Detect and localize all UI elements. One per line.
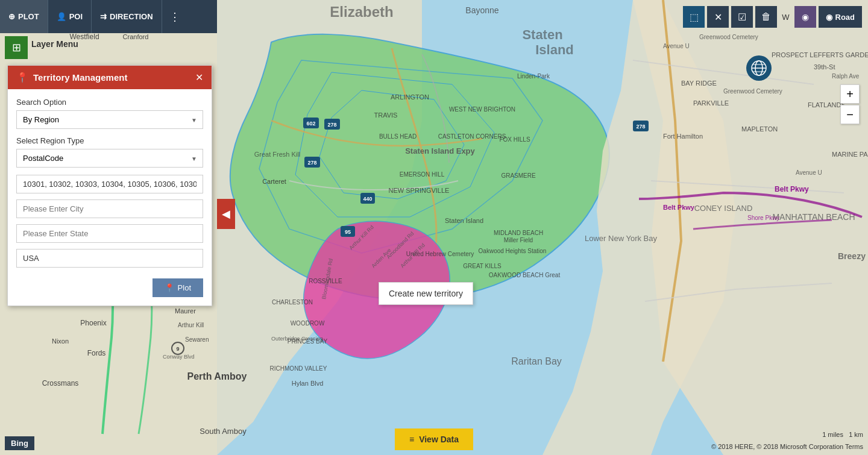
close-shape-btn[interactable]: ✕ — [707, 6, 729, 28]
poi-toolbar-btn[interactable]: 👤 POI — [48, 0, 92, 33]
svg-text:Raritan Bay: Raritan Bay — [511, 356, 562, 366]
map-type-icon: ◉ — [802, 12, 809, 22]
zoom-controls: + − — [840, 84, 860, 124]
region-type-select[interactable]: PostalCode County City State — [16, 149, 203, 168]
svg-text:Staten: Staten — [522, 27, 562, 42]
territory-panel-title: Territory Management — [33, 72, 127, 83]
search-option-label: Search Option — [16, 98, 203, 107]
svg-text:NEW SPRINGVILLE: NEW SPRINGVILLE — [389, 187, 450, 194]
svg-text:Shore Pkwy: Shore Pkwy — [747, 215, 779, 221]
svg-text:Hylan Blvd: Hylan Blvd — [292, 380, 324, 387]
svg-text:Great Fresh Kill: Great Fresh Kill — [254, 151, 300, 158]
create-territory-label: Create new territory — [389, 289, 463, 298]
svg-text:Breezy Point Park: Breezy Point Park — [838, 251, 868, 261]
svg-text:CHARLESTON: CHARLESTON — [272, 299, 313, 306]
direction-toolbar-btn[interactable]: ⇉ DIRECTION — [92, 0, 162, 33]
svg-text:ARLINGTON: ARLINGTON — [391, 93, 429, 101]
svg-text:9: 9 — [176, 346, 179, 352]
zoom-out-btn[interactable]: − — [840, 105, 860, 124]
globe-btn[interactable] — [746, 55, 772, 81]
svg-text:WOODROW: WOODROW — [291, 320, 325, 327]
svg-text:Maurer: Maurer — [175, 307, 196, 315]
plot-btn-icon: 📍 — [165, 283, 174, 292]
poi-label: POI — [69, 12, 83, 21]
svg-text:Linden-Park: Linden-Park — [517, 73, 550, 80]
more-options-btn[interactable]: ⋮ — [162, 0, 187, 33]
map-type-icon-btn[interactable]: ◉ — [794, 6, 816, 28]
panel-collapse-btn[interactable]: ◀ — [217, 199, 235, 229]
chevron-left-icon: ◀ — [222, 207, 230, 221]
svg-text:Staten Island: Staten Island — [445, 217, 483, 224]
delete-shape-btn[interactable]: 🗑 — [755, 6, 777, 28]
state-input[interactable] — [16, 224, 203, 243]
layer-menu-label: Layer Menu — [31, 39, 78, 49]
direction-icon: ⇉ — [100, 12, 107, 21]
svg-text:PROSPECT LEFFERTS GARDEN: PROSPECT LEFFERTS GARDEN — [772, 51, 868, 58]
svg-text:CASTLETON CORNERS: CASTLETON CORNERS — [438, 133, 506, 140]
road-view-btn[interactable]: ◉ Road — [819, 6, 863, 28]
panel-close-btn[interactable]: ✕ — [195, 72, 203, 83]
svg-text:278: 278 — [307, 160, 316, 166]
svg-text:Island: Island — [535, 42, 574, 57]
road-icon: ◉ — [826, 13, 832, 22]
svg-text:EMERSON HILL: EMERSON HILL — [400, 171, 445, 178]
city-input[interactable] — [16, 199, 203, 218]
layer-menu-btn[interactable]: ⊞ — [5, 36, 28, 59]
check-shape-btn[interactable]: ☑ — [731, 6, 753, 28]
svg-text:GREAT KILLS: GREAT KILLS — [463, 263, 502, 269]
svg-text:Sewaren: Sewaren — [185, 336, 209, 343]
svg-text:Carteret: Carteret — [262, 178, 286, 185]
svg-text:Avenue U: Avenue U — [663, 43, 690, 49]
svg-text:OAKWOOD BEACH Great: OAKWOOD BEACH Great — [489, 272, 561, 278]
view-data-icon: ≡ — [409, 435, 414, 444]
road-label: Road — [835, 13, 855, 22]
by-region-select[interactable]: By Region By City By State By Country — [16, 110, 203, 129]
poi-icon: 👤 — [57, 12, 66, 21]
by-region-select-wrap: By Region By City By State By Country — [16, 110, 203, 129]
svg-text:Cranford: Cranford — [123, 33, 149, 40]
svg-text:278: 278 — [327, 122, 336, 128]
svg-text:Elizabeth: Elizabeth — [330, 4, 393, 20]
postal-codes-input[interactable] — [16, 175, 203, 193]
territory-panel-body: Search Option By Region By City By State… — [8, 89, 212, 306]
location-icon: 📍 — [16, 72, 28, 83]
select-region-label: Select Region Type — [16, 136, 203, 145]
bing-label: Bing — [11, 439, 28, 448]
plot-toolbar-btn[interactable]: ⊕ PLOT — [0, 0, 48, 33]
svg-text:BULLS HEAD: BULLS HEAD — [379, 133, 417, 140]
svg-text:Avenue U: Avenue U — [796, 169, 822, 176]
create-territory-tooltip[interactable]: Create new territory — [379, 282, 473, 305]
svg-text:MARINE PARK: MARINE PARK — [832, 151, 868, 158]
draw-shape-btn[interactable]: ⬚ — [683, 6, 705, 28]
territory-panel-header: 📍 Territory Management ✕ — [8, 66, 212, 89]
svg-text:Phoenix: Phoenix — [80, 319, 106, 327]
svg-text:278: 278 — [636, 124, 645, 130]
map-toolbar: ⬚ ✕ ☑ 🗑 W ◉ ◉ Road — [683, 6, 862, 28]
svg-text:Crossmans: Crossmans — [42, 379, 79, 388]
svg-text:Fort Hamilton: Fort Hamilton — [663, 133, 703, 140]
country-input[interactable] — [16, 249, 203, 268]
bing-logo: Bing — [5, 436, 34, 450]
globe-icon — [750, 60, 767, 77]
zoom-in-btn[interactable]: + — [840, 84, 860, 104]
svg-text:GRASMERE: GRASMERE — [501, 172, 536, 179]
plot-btn[interactable]: 📍 Plot — [153, 278, 203, 297]
more-icon: ⋮ — [169, 10, 180, 24]
svg-text:MIDLAND BEACH: MIDLAND BEACH — [494, 230, 543, 236]
svg-text:Bayonne: Bayonne — [465, 5, 498, 15]
svg-text:Perth Amboy: Perth Amboy — [187, 371, 247, 381]
svg-text:MAPLETON: MAPLETON — [741, 125, 778, 133]
region-type-select-wrap: PostalCode County City State — [16, 149, 203, 168]
svg-text:Belt Pkwy: Belt Pkwy — [663, 204, 695, 211]
top-toolbar: ⊕ PLOT 👤 POI ⇉ DIRECTION ⋮ — [0, 0, 217, 33]
direction-label: DIRECTION — [110, 12, 153, 21]
svg-text:Greenwood Cemetery: Greenwood Cemetery — [723, 88, 782, 95]
separator: W — [779, 13, 791, 22]
svg-text:Staten Island Expy: Staten Island Expy — [405, 146, 475, 155]
plot-label: PLOT — [18, 12, 39, 21]
view-data-btn[interactable]: ≡ View Data — [395, 428, 473, 450]
svg-text:Outerbridge Crossing: Outerbridge Crossing — [271, 336, 323, 342]
copyright-text: © 2018 HERE, © 2018 Microsoft Corporatio… — [711, 443, 863, 450]
svg-text:FOX HILLS: FOX HILLS — [499, 136, 530, 143]
svg-text:Greenwood Cemetery: Greenwood Cemetery — [699, 34, 758, 40]
